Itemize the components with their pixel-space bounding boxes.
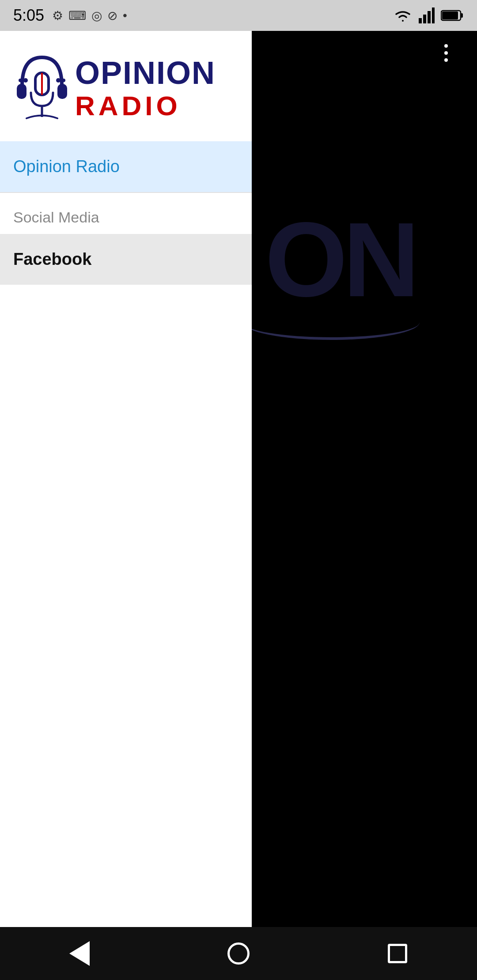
- svg-rect-1: [423, 15, 426, 23]
- status-time: 5:05: [13, 6, 44, 25]
- status-icons: ⚙ ⌨ ◎ ⊘ •: [52, 8, 127, 23]
- dot3: [444, 58, 448, 62]
- background-curve: [243, 305, 420, 340]
- logo-text-area: OPINION RADIO: [75, 56, 216, 121]
- recents-button[interactable]: [371, 936, 424, 971]
- svg-point-15: [62, 79, 65, 82]
- vertical-dots-icon: [444, 44, 448, 62]
- more-options-button[interactable]: [428, 35, 464, 71]
- status-bar: 5:05 ⚙ ⌨ ◎ ⊘ •: [0, 0, 477, 31]
- logo-radio-text: RADIO: [75, 91, 216, 121]
- back-button[interactable]: [53, 936, 106, 971]
- social-media-label: Social Media: [13, 209, 99, 226]
- sidebar-drawer: OPINION RADIO Opinion Radio Social Media…: [0, 31, 252, 980]
- svg-rect-8: [57, 84, 67, 99]
- home-icon: [227, 942, 250, 965]
- logo-container: OPINION RADIO: [13, 49, 216, 128]
- battery-icon: [441, 9, 464, 22]
- svg-point-12: [23, 78, 28, 83]
- svg-rect-2: [428, 11, 431, 23]
- status-bar-right: [393, 8, 464, 23]
- nav-section: Opinion Radio Social Media Facebook: [0, 141, 252, 285]
- sidebar-item-opinion-radio[interactable]: Opinion Radio: [0, 141, 252, 192]
- dot2: [444, 51, 448, 55]
- keyboard-icon: ⌨: [68, 8, 86, 23]
- signal-icon: [419, 8, 435, 23]
- svg-point-13: [19, 79, 22, 82]
- background-text: ON: [265, 199, 415, 320]
- wifi-icon: [393, 8, 413, 23]
- social-media-section-header: Social Media: [0, 193, 252, 234]
- svg-rect-3: [432, 8, 435, 23]
- svg-rect-6: [442, 11, 458, 19]
- sidebar-item-opinion-radio-label: Opinion Radio: [13, 157, 120, 176]
- notification-icon1: ◎: [91, 8, 102, 23]
- logo-area: OPINION RADIO: [0, 31, 252, 141]
- status-bar-left: 5:05 ⚙ ⌨ ◎ ⊘ •: [13, 6, 127, 25]
- sidebar-item-facebook[interactable]: Facebook: [0, 234, 252, 285]
- logo-icon: [13, 49, 71, 128]
- svg-rect-5: [461, 13, 463, 18]
- logo-opinion-text: OPINION: [75, 56, 216, 90]
- svg-rect-0: [419, 18, 422, 23]
- home-button[interactable]: [212, 936, 265, 971]
- recents-icon: [388, 944, 407, 963]
- sidebar-item-facebook-label: Facebook: [13, 250, 91, 268]
- svg-rect-7: [17, 84, 26, 99]
- notification-icon2: ⊘: [107, 8, 117, 23]
- back-icon: [69, 941, 90, 966]
- dot1: [444, 44, 448, 48]
- settings-icon: ⚙: [52, 8, 63, 23]
- svg-point-14: [56, 78, 61, 83]
- bottom-nav-bar: [0, 927, 477, 980]
- dot-icon: •: [123, 8, 127, 23]
